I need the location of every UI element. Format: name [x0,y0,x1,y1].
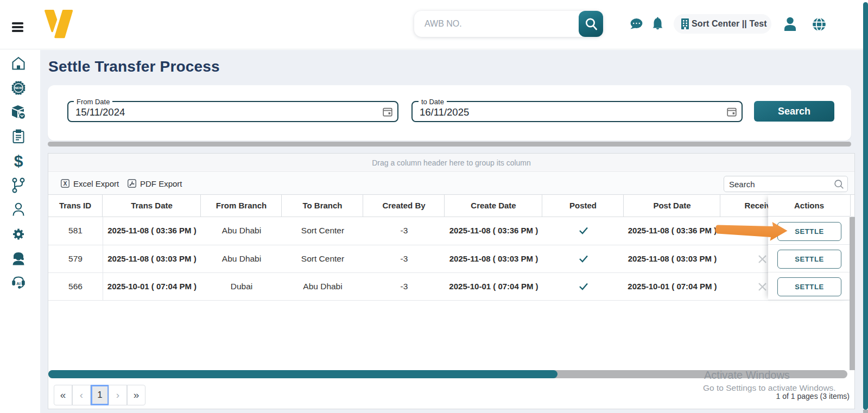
svg-text:$: $ [14,152,23,170]
svg-text:AI: AI [16,281,21,286]
svg-text:NEW: NEW [15,86,22,90]
svg-text:X: X [63,180,67,187]
